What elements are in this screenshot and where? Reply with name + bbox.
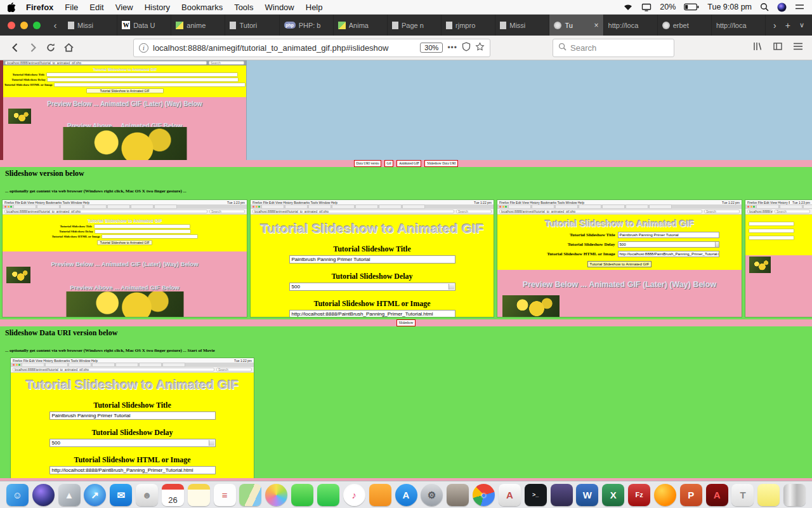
dock-itunes-icon[interactable]: ♪ [343, 484, 365, 506]
menu-view[interactable]: View [115, 3, 133, 12]
dock-chrome-icon[interactable]: ● [473, 484, 495, 506]
tab-2[interactable]: WData U [117, 15, 171, 36]
menu-tools[interactable]: Tools [234, 3, 253, 12]
reload-button[interactable] [42, 39, 60, 57]
dock-excel-icon[interactable]: X [602, 484, 624, 506]
menu-edit[interactable]: Edit [89, 3, 103, 12]
field-input: Paintbrush Panning Primer Tutorial [618, 232, 719, 238]
dock-powerpoint-icon[interactable]: P [680, 484, 702, 506]
anchor-link-slideshow-data-uri[interactable]: Slideshow Data URI [424, 160, 458, 167]
field-input[interactable] [48, 78, 238, 81]
battery-icon[interactable] [684, 3, 699, 11]
dock-gimp-icon[interactable] [447, 484, 469, 506]
url-text[interactable]: localhost:8888/animegif/tutorial_to_anim… [153, 43, 416, 53]
zoom-level-indicator[interactable]: 30% [420, 43, 443, 53]
field-input[interactable] [47, 73, 237, 76]
menubar-clock[interactable]: Tue 9:08 pm [707, 3, 752, 11]
tab-5[interactable]: phpPHP: b [280, 15, 334, 36]
dock-terminal-icon[interactable]: >_ [525, 484, 547, 506]
notification-center-icon[interactable] [795, 3, 804, 11]
tab-3[interactable]: anime [171, 15, 225, 36]
tab-12[interactable]: erbet [658, 15, 712, 36]
library-icon[interactable] [752, 41, 763, 54]
tab-list-dropdown-icon[interactable]: ∨ [799, 21, 804, 29]
field-label: Tutorial Slideshow Title [251, 244, 494, 254]
field-input[interactable] [55, 83, 245, 86]
dock-stickies-icon[interactable] [757, 484, 780, 506]
anchor-link-data-uri-versio[interactable]: Data URI versio [354, 160, 381, 167]
dock-messages-icon[interactable] [291, 484, 313, 506]
window-close-button[interactable] [8, 22, 15, 29]
tab-scroll-left-icon[interactable]: ‹ [47, 15, 63, 36]
tab-6[interactable]: Anima [334, 15, 388, 36]
tab-11[interactable]: http://loca [604, 15, 658, 36]
menu-history[interactable]: History [145, 3, 170, 12]
tab-7[interactable]: Page n [388, 15, 442, 36]
hamburger-menu-icon[interactable] [793, 42, 803, 53]
wifi-icon[interactable] [623, 3, 633, 11]
dock-safari-icon[interactable]: ↗ [84, 484, 106, 506]
dock-launchpad-icon[interactable]: ▲ [58, 484, 81, 506]
dock-siri-icon[interactable] [32, 484, 55, 506]
dock-notes-icon[interactable] [188, 484, 210, 506]
dock-system-preferences-icon[interactable]: ⚙ [421, 484, 443, 506]
home-button[interactable] [60, 39, 77, 57]
dock-ibooks-icon[interactable] [369, 484, 391, 506]
dock-github-desktop-icon[interactable] [551, 484, 573, 506]
app-menu-firefox[interactable]: Firefox [26, 3, 53, 12]
submit-button: Tutorial Slideshow to Animated GIF [587, 261, 652, 267]
window-minimize-button[interactable] [20, 22, 28, 29]
menu-file[interactable]: File [65, 3, 78, 12]
dock-contacts-icon[interactable]: ☻ [136, 484, 158, 506]
dock-word-icon[interactable]: W [576, 484, 598, 506]
display-mirroring-icon[interactable] [641, 3, 652, 11]
forward-button[interactable] [24, 39, 42, 57]
dock-dictionary-icon[interactable]: A [499, 484, 521, 506]
dock-facetime-icon[interactable] [317, 484, 339, 506]
bookmark-star-icon[interactable] [475, 42, 485, 54]
dock-mail-icon[interactable]: ✉ [110, 484, 132, 506]
submit-button[interactable]: Tutorial Slideshow to Animated GIF [87, 89, 163, 93]
dock-calendar-icon[interactable]: 26 [162, 484, 184, 506]
form-row: Tutorial Slideshow HTML or Image [3, 83, 246, 86]
spotlight-search-icon[interactable] [760, 3, 769, 11]
site-info-icon[interactable]: i [139, 43, 148, 53]
anchor-link-gif[interactable]: Gif [384, 160, 393, 167]
dock-filezilla-icon[interactable]: Fz [628, 484, 650, 506]
dock-text-editor-icon[interactable]: T [731, 484, 754, 506]
dock-app-store-icon[interactable]: A [395, 484, 417, 506]
dock-acrobat-reader-icon[interactable]: A [706, 484, 728, 506]
dock-maps-icon[interactable] [239, 484, 261, 506]
dock-reminders-icon[interactable]: ≡ [214, 484, 236, 506]
address-bar[interactable]: i localhost:8888/animegif/tutorial_to_an… [133, 39, 490, 57]
siri-icon[interactable] [777, 3, 787, 12]
tab-9[interactable]: Missi [495, 15, 549, 36]
tab-close-icon[interactable]: × [594, 21, 599, 30]
pocket-shield-icon[interactable] [462, 42, 471, 54]
dock-trash-icon[interactable] [783, 484, 806, 506]
back-button[interactable] [6, 39, 24, 57]
page-actions-icon[interactable]: ••• [447, 43, 457, 52]
search-bar[interactable]: Search [553, 39, 674, 57]
menu-bookmarks[interactable]: Bookmarks [181, 3, 223, 12]
window-zoom-button[interactable] [33, 22, 41, 29]
apple-menu-icon[interactable] [8, 3, 16, 12]
tab-8[interactable]: rjmpro [442, 15, 495, 36]
tab-scroll-right-icon[interactable]: › [773, 20, 776, 30]
menu-window[interactable]: Window [265, 3, 294, 12]
menu-help[interactable]: Help [306, 3, 323, 12]
form-row: Tutorial Slideshow HTML or Imagehttp://l… [497, 251, 742, 257]
img-favicon [338, 22, 346, 29]
dock-photos-icon[interactable] [265, 484, 287, 506]
anchor-link-slideshow[interactable]: Slideshow [396, 319, 416, 326]
tab-4[interactable]: Tutori [225, 15, 279, 36]
sidebar-toggle-icon[interactable] [773, 41, 783, 54]
slideshow-anchor-row: Slideshow [0, 319, 812, 326]
dock-finder-icon[interactable]: ☺ [6, 484, 29, 506]
tab-10-active[interactable]: Tu× [549, 15, 603, 36]
tab-1[interactable]: Missi [63, 15, 117, 36]
dock-firefox-icon[interactable] [654, 484, 676, 506]
tab-13[interactable]: http://loca [712, 15, 766, 36]
anchor-link-animated-gif[interactable]: Animated GIF [396, 160, 421, 167]
new-tab-button[interactable]: + [785, 20, 790, 30]
